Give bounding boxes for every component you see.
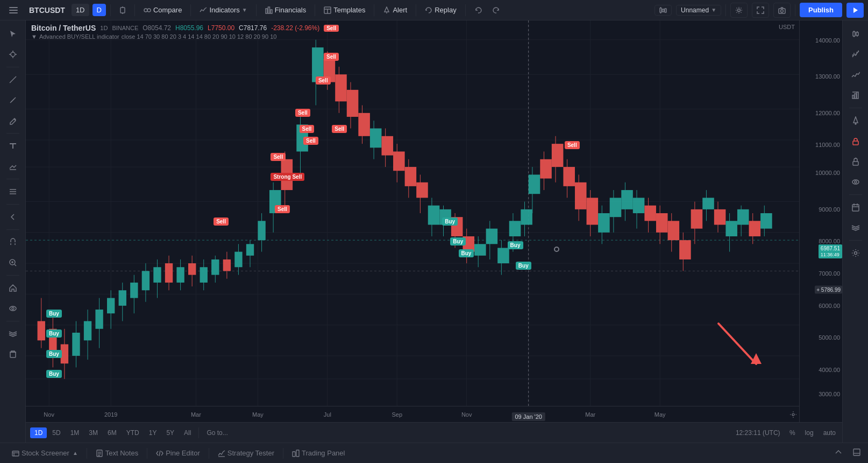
right-financials-btn[interactable]: [846, 86, 865, 104]
signal-strong-sell: Strong Sell: [271, 173, 304, 181]
unnamed-btn[interactable]: Unnamed ▼: [676, 5, 721, 16]
tab-stock-screener[interactable]: Stock Screener ▲: [4, 447, 86, 459]
ohlc-icon[interactable]: [115, 3, 130, 18]
svg-rect-193: [633, 198, 645, 213]
menu-icon[interactable]: [4, 1, 23, 19]
collapse-panels-btn[interactable]: [831, 447, 845, 459]
tf-1m[interactable]: 1M: [66, 427, 84, 438]
pencil-tool[interactable]: [4, 111, 22, 130]
indicators-button[interactable]: Indicators ▼: [195, 4, 251, 16]
right-layers-btn[interactable]: [846, 219, 865, 237]
templates-button[interactable]: Templates: [319, 4, 369, 16]
auto-label[interactable]: auto: [821, 428, 838, 438]
pct-label[interactable]: %: [787, 428, 798, 438]
expand-panels-btn[interactable]: [850, 447, 864, 459]
signal-sell-2: Sell: [271, 153, 286, 161]
svg-rect-1: [9, 10, 18, 11]
chart-header: Bitcoin / TetherUS 1D BINANCE O8054.72 H…: [26, 20, 842, 43]
right-lock2-btn[interactable]: [846, 152, 865, 171]
svg-rect-109: [142, 271, 150, 290]
svg-point-6: [144, 9, 147, 12]
magnet-tool[interactable]: [4, 233, 22, 251]
cursor-tool[interactable]: [4, 25, 22, 43]
tab-trading-panel[interactable]: Trading Panel: [284, 447, 352, 459]
axis-settings-icon[interactable]: [789, 411, 797, 420]
price-7000: 7000.00: [819, 270, 840, 277]
sep6: [374, 4, 374, 16]
symbol-label[interactable]: BTCUSDT: [25, 4, 69, 17]
price-5000: 5000.00: [819, 334, 840, 341]
crosshair-tool[interactable]: [4, 45, 22, 64]
tf-6m[interactable]: 6M: [103, 427, 121, 438]
measure-tool[interactable]: [4, 157, 22, 176]
signal-buy-nov2: Buy: [516, 262, 531, 270]
tf-1y[interactable]: 1Y: [145, 427, 161, 438]
right-eye-btn[interactable]: [846, 173, 865, 191]
settings-icon[interactable]: [730, 3, 748, 18]
compare-button[interactable]: Compare: [139, 4, 186, 16]
tf-ytd[interactable]: YTD: [122, 427, 144, 438]
right-alert-btn[interactable]: [846, 111, 865, 130]
svg-rect-111: [153, 267, 161, 283]
timeframe-selector[interactable]: 1D: [72, 4, 89, 16]
alert-button[interactable]: Alert: [379, 4, 411, 16]
chart-type-btn[interactable]: [846, 25, 865, 43]
svg-rect-53: [857, 92, 858, 99]
tab-pine-editor[interactable]: Pine Editor: [148, 447, 208, 459]
timeframe-row: 1D 5D 1M 3M 6M YTD 1Y 5Y All Go to... 12…: [26, 422, 842, 443]
svg-rect-18: [663, 9, 664, 12]
eye-tool[interactable]: [4, 299, 22, 318]
exchange-type[interactable]: D: [93, 4, 106, 16]
replay-button[interactable]: Replay: [421, 4, 460, 16]
right-lock-btn[interactable]: [846, 132, 865, 150]
tab-strategy-tester[interactable]: Strategy Tester: [210, 447, 282, 459]
log-label[interactable]: log: [803, 428, 816, 438]
svg-rect-121: [211, 259, 219, 275]
text-tool[interactable]: [4, 137, 22, 155]
indicator-params: close 14 70 30 80 20 3 4 14 14 80 20 90 …: [122, 33, 277, 40]
signal-buy-nov1: Buy: [508, 241, 523, 249]
ruler-tool[interactable]: [4, 91, 22, 109]
price-high: H8055.96: [175, 24, 203, 32]
current-time: 11:36:49: [821, 252, 839, 257]
tv-live-btn[interactable]: [846, 3, 864, 18]
camera-icon[interactable]: [773, 3, 791, 18]
svg-rect-91: [38, 321, 45, 340]
svg-rect-175: [529, 174, 540, 194]
redo-button[interactable]: [488, 4, 504, 16]
layers-tool[interactable]: [4, 325, 22, 343]
unnamed-label: Unnamed: [681, 6, 709, 14]
fullscreen-icon[interactable]: [752, 3, 769, 18]
fibonacci-tool[interactable]: [4, 183, 22, 201]
svg-rect-203: [691, 209, 703, 229]
tf-3m[interactable]: 3M: [84, 427, 102, 438]
trash-tool[interactable]: [4, 345, 22, 363]
svg-rect-0: [9, 7, 18, 8]
sep10: [795, 4, 795, 16]
zoom-tool[interactable]: [4, 254, 22, 272]
right-settings-btn[interactable]: [846, 244, 865, 262]
tf-5y[interactable]: 5Y: [162, 427, 179, 438]
right-indicators-btn[interactable]: [846, 66, 865, 84]
right-calendar-btn[interactable]: [846, 198, 865, 216]
svg-rect-185: [587, 198, 599, 225]
chart-style-btn[interactable]: [654, 5, 672, 16]
indicator-arrow[interactable]: ▼: [31, 33, 37, 40]
tf-5d[interactable]: 5D: [48, 427, 65, 438]
goto-button[interactable]: Go to...: [202, 427, 232, 438]
line-tool[interactable]: [4, 71, 22, 89]
financials-button[interactable]: Financials: [261, 4, 311, 16]
svg-rect-211: [737, 209, 749, 225]
undo-button[interactable]: [470, 4, 486, 16]
tf-1d[interactable]: 1D: [30, 427, 47, 438]
chart-container[interactable]: Bitcoin / TetherUS 1D BINANCE O8054.72 H…: [26, 20, 842, 422]
stock-screener-arrow[interactable]: ▲: [73, 450, 78, 456]
home-tool[interactable]: [4, 279, 22, 297]
svg-rect-215: [760, 213, 772, 229]
publish-button[interactable]: Publish: [800, 3, 842, 17]
tab-text-notes[interactable]: Text Notes: [88, 447, 146, 459]
right-compare-btn[interactable]: [846, 45, 865, 64]
tf-all[interactable]: All: [180, 427, 195, 438]
sep3: [190, 4, 191, 16]
back-tool[interactable]: [4, 208, 22, 226]
